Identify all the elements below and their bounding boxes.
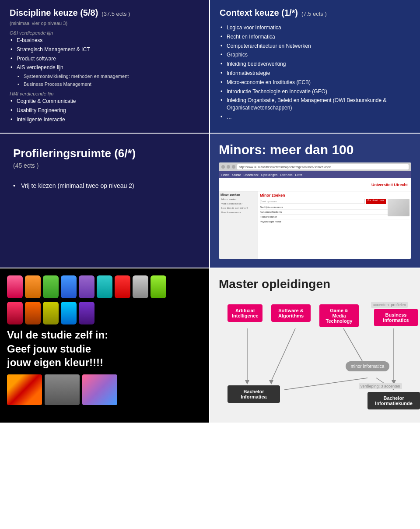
list-item: AIS verdiepende lijn <box>10 64 200 71</box>
vul-text: Vul de studie zelf in:Geef jouw studiejo… <box>7 328 202 369</box>
body-title: Minor zoeken <box>260 193 410 197</box>
hmi-section-label: HMI verdiepende lijn <box>10 91 200 96</box>
result-item: Filosofie minor <box>260 215 410 219</box>
top-left-title: Discipline keuze (5/8) <box>10 8 98 18</box>
top-right-title-note: (7.5 ects ) <box>301 11 327 17</box>
svg-marker-3 <box>269 380 273 384</box>
context-list: Logica voor Informatica Recht en Informa… <box>220 24 410 121</box>
list-item: Recht en Informatica <box>220 33 410 41</box>
ipod-orange <box>25 275 41 298</box>
master-diagram: Artificial Intelligence Software & Algor… <box>219 300 411 414</box>
ipod-row-top <box>7 275 202 298</box>
bi-box: Business Informatics <box>374 309 418 326</box>
ipod-red <box>115 275 130 298</box>
ipods-small-image <box>82 374 117 405</box>
browser-sidebar: Minor zoeken Minor zoeken Wat is een min… <box>219 191 258 259</box>
ipod-dark-pink <box>7 302 23 324</box>
list-item: Introductie Technologie en Innovatie (GE… <box>220 88 410 95</box>
accent-label: accenten: profielen <box>371 302 408 308</box>
browser-nav: Home Studie Onderzoek Opleidingen Over o… <box>219 171 411 178</box>
list-item: Usability Engineering <box>10 107 200 114</box>
list-item: Systeemontwikkeling: methoden en managem… <box>17 73 200 80</box>
browser-dot <box>232 165 235 169</box>
profiling-panel: Profileringsruimte (6/*) (45 ects ) Vrij… <box>0 134 210 268</box>
ipod-green <box>43 275 59 298</box>
hmi-list: Cognitie & Communicatie Usability Engine… <box>10 98 200 123</box>
browser-content: Home Studie Onderzoek Opleidingen Over o… <box>219 171 411 259</box>
sidebar-item: Wat is een minor? <box>220 202 256 205</box>
gmt-box: Game & Media Technology <box>319 304 359 327</box>
list-item: Inleiding Organisatie, Beleid en Managem… <box>220 97 410 112</box>
list-item: Product software <box>10 55 200 63</box>
top-right-title: Context keuze (1/*) <box>220 8 298 18</box>
bottom-left-panel: Vul de studie zelf in:Geef jouw studiejo… <box>0 268 210 423</box>
svg-line-2 <box>271 328 295 381</box>
list-item: Intelligente Interactie <box>10 116 200 123</box>
verdieping-label: verdieping: 3 accenten <box>359 383 402 389</box>
result-item: Bedrijfskunde minor <box>260 206 410 210</box>
pencils-image <box>7 374 42 405</box>
browser-photo <box>388 199 410 216</box>
nav-item: Opleidingen <box>261 173 277 176</box>
bachelor-informatiekunde-box: Bachelor Informatiekunde <box>368 392 420 409</box>
imac-image <box>45 374 80 405</box>
oai-section-label: O&I verdiepende lijn <box>10 30 200 35</box>
uu-logo: Universiteit Utrecht <box>371 183 408 187</box>
minors-title: Minors: meer dan 100 <box>219 142 411 157</box>
browser-logo-bar: Universiteit Utrecht <box>219 178 411 191</box>
profiling-title: Profileringsruimte (6/*) <box>13 147 196 160</box>
bachelor-informatica-box: Bachelor Informatica <box>228 385 280 403</box>
list-item: Logica voor Informatica <box>220 24 410 32</box>
nav-item: Studie <box>232 173 241 176</box>
oai-list: E-business Strategisch Management & ICT … <box>10 37 200 71</box>
list-item: Graphics <box>220 51 410 59</box>
sidebar-item: Hoe kies ik een minor? <box>220 206 256 210</box>
bottom-images <box>7 374 202 405</box>
nav-item: Onderzoek <box>244 173 259 176</box>
ai-box: Artificial Intelligence <box>228 304 262 322</box>
browser-search-input[interactable]: Zoek op naam <box>260 199 364 204</box>
browser-mockup: http://www.uu.nl/fac/betawetenschappen/P… <box>219 162 411 259</box>
sa-box: Software & Algorithms <box>271 304 311 322</box>
ipod-teal <box>97 275 112 298</box>
browser-url: http://www.uu.nl/fac/betawetenschappen/P… <box>237 164 409 169</box>
list-item: Computerarchitectuur en Netwerken <box>220 42 410 50</box>
list-item: … <box>220 113 410 121</box>
browser-search-bar: Zoek op naam Ga direct naar <box>260 199 386 204</box>
top-left-subtitle: (minimaal vier op niveau 3) <box>10 21 200 26</box>
ipod-cyan <box>61 302 77 324</box>
master-title: Master opleidingen <box>219 277 411 291</box>
ipod-lime <box>150 275 166 298</box>
profiling-subtitle: (45 ects ) <box>13 162 196 169</box>
result-item: Kunstgeschiedenis <box>260 211 410 215</box>
browser-bar: http://www.uu.nl/fac/betawetenschappen/P… <box>219 162 411 171</box>
minor-box: minor informatica <box>346 361 389 371</box>
minors-panel: Minors: meer dan 100 http://www.uu.nl/fa… <box>210 134 420 268</box>
list-item: Informatiestrategie <box>220 70 410 77</box>
list-item: Strategisch Management & ICT <box>10 46 200 53</box>
browser-search-btn[interactable]: Ga direct naar <box>366 199 386 204</box>
ais-sublist: Systeemontwikkeling: methoden en managem… <box>10 73 200 88</box>
ipod-purple <box>79 275 94 298</box>
browser-body: Minor zoeken Zoek op naam Ga direct naar… <box>258 191 411 259</box>
sidebar-item: Minor zoeken <box>220 197 256 201</box>
ipod-blue <box>61 275 77 298</box>
list-item: E-business <box>10 37 200 44</box>
browser-main: Minor zoeken Minor zoeken Wat is een min… <box>219 191 411 259</box>
ipod-violet <box>79 302 94 324</box>
ipod-pink <box>7 275 23 298</box>
list-item: Inleiding beeldverwerking <box>220 60 410 68</box>
ipod-dark-orange <box>25 302 41 324</box>
top-left-title-note: (37.5 ects ) <box>102 11 130 17</box>
svg-line-7 <box>284 378 368 390</box>
list-item: Business Process Management <box>17 81 200 88</box>
sidebar-item: Kan ik een minor... <box>220 211 256 214</box>
ipod-row-two <box>7 302 202 324</box>
list-item: Micro-economie en Instituties (ECB) <box>220 79 410 86</box>
profiling-bullet: Vrij te kiezen (minimaal twee op niveau … <box>13 182 196 189</box>
nav-item: Home <box>221 173 230 176</box>
browser-dot <box>227 165 230 169</box>
ipod-silver <box>133 275 148 298</box>
top-right-panel: Context keuze (1/*) (7.5 ects ) Logica v… <box>210 0 420 133</box>
sidebar-title: Minor zoeken <box>220 193 256 196</box>
